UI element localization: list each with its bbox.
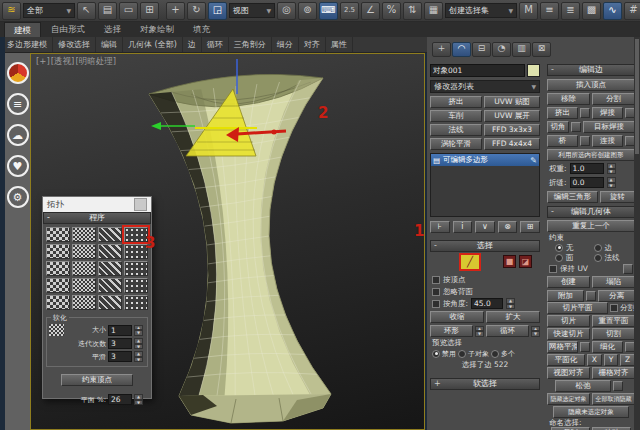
by-angle-spinner[interactable]: ▲▼	[506, 298, 515, 309]
heart-icon[interactable]: ♥	[7, 155, 29, 177]
keyboard-override-icon[interactable]: ⌨	[319, 2, 338, 20]
detach-button[interactable]: 分离	[598, 290, 635, 302]
object-color-swatch[interactable]	[527, 64, 540, 77]
pattern-swatch[interactable]	[46, 244, 70, 259]
motion-tab-icon[interactable]: ◔	[492, 42, 511, 57]
percent-snap-icon[interactable]: %	[382, 2, 401, 20]
by-vertex-checkbox[interactable]: 按顶点	[432, 274, 466, 285]
edit-named-sets-icon[interactable]: ▦	[424, 2, 443, 20]
bridge-settings-icon[interactable]	[580, 136, 590, 146]
dialog-button-icon[interactable]	[134, 198, 147, 211]
ring-button[interactable]: 环形	[430, 325, 473, 337]
ribbon-tab-objectpaint[interactable]: 对象绘制	[131, 22, 183, 37]
grid-align-button[interactable]: 栅格对齐	[592, 367, 635, 379]
panel-geometry-all[interactable]: 几何体 (全部)	[123, 37, 183, 52]
viewport-menu-shading[interactable]: [明暗处理]	[75, 56, 116, 68]
iterations-input[interactable]: 3	[108, 338, 132, 349]
pattern-swatch[interactable]	[124, 295, 148, 310]
pattern-swatch[interactable]	[72, 261, 96, 276]
panel-polygon-modeling[interactable]: 多边形建模	[2, 37, 53, 52]
tessellate-button[interactable]: 细化	[592, 341, 623, 353]
checkbox-icon[interactable]	[432, 300, 440, 308]
weight-input[interactable]: 1.0	[570, 163, 604, 174]
edit-edges-rollout-header[interactable]: - 编辑边	[547, 64, 635, 76]
panel-scrollbar[interactable]	[634, 37, 640, 430]
viewport-menu-view[interactable]: [透视]	[51, 56, 75, 68]
size-input[interactable]: 1	[108, 325, 132, 336]
ffd-3x3x3-modifier-button[interactable]: FFD 3x3x3	[484, 124, 540, 136]
planar-z-button[interactable]: Z	[620, 354, 635, 366]
lathe-modifier-button[interactable]: 车削	[430, 110, 482, 122]
turbosmooth-modifier-button[interactable]: 涡轮平滑	[430, 138, 482, 150]
remove-button[interactable]: 移除	[547, 93, 590, 105]
constrain-vertices-button[interactable]: 约束顶点	[61, 374, 133, 386]
smooth-spinner[interactable]: ▲▼	[134, 351, 143, 362]
make-unique-icon[interactable]: ∨	[475, 221, 495, 233]
smooth-input[interactable]: 3	[108, 351, 132, 362]
collapse-button[interactable]: 塌陷	[592, 276, 635, 288]
ribbon-toggle-icon[interactable]: ≋	[2, 2, 21, 20]
panel-edges[interactable]: 边	[183, 37, 202, 52]
panel-modify-selection[interactable]: 修改选择	[53, 37, 96, 52]
graphite-icon[interactable]: ▩	[582, 2, 601, 20]
unhide-all-button[interactable]: 全部取消隐藏	[592, 393, 635, 405]
shrink-button[interactable]: 收缩	[430, 311, 484, 323]
normal-modifier-button[interactable]: 法线	[430, 124, 482, 136]
weight-spinner[interactable]: ▲▼	[607, 163, 616, 174]
soft-selection-rollout-header[interactable]: + 软选择	[430, 378, 540, 390]
preserve-uv-checkbox[interactable]	[549, 265, 557, 273]
selection-rollout-header[interactable]: - 选择	[430, 240, 540, 252]
loop-button[interactable]: 循环	[486, 325, 529, 337]
reset-plane-button[interactable]: 重置平面	[592, 315, 635, 327]
attach-settings-icon[interactable]	[586, 291, 596, 301]
create-button[interactable]: 创建	[547, 276, 590, 288]
select-scale-icon[interactable]: ◲	[208, 2, 227, 20]
layer-manager-icon[interactable]: ≣	[561, 2, 580, 20]
chamfer-button[interactable]: 切角	[547, 121, 569, 133]
select-move-icon[interactable]: +	[166, 2, 185, 20]
panel-tris[interactable]: 三角剖分	[229, 37, 272, 52]
use-pivot-icon[interactable]: ◎	[277, 2, 296, 20]
bridge-button[interactable]: 桥	[547, 135, 578, 147]
select-object-icon[interactable]: ↖	[77, 2, 96, 20]
pin-stack-icon[interactable]: ⊦	[430, 221, 450, 233]
radio-multiple[interactable]	[491, 350, 499, 358]
loop-spinner[interactable]: ▲▼	[531, 326, 540, 337]
pattern-swatch[interactable]	[72, 295, 96, 310]
panel-subdivision[interactable]: 细分	[272, 37, 299, 52]
plane-input[interactable]: 26	[108, 394, 132, 405]
curve-editor-icon[interactable]: ∿	[603, 2, 622, 20]
chamfer-settings-icon[interactable]	[571, 122, 581, 132]
uvw-map-modifier-button[interactable]: UVW 贴图	[484, 96, 540, 108]
snap-toggle-icon[interactable]: 2.5	[340, 2, 359, 20]
planar-y-button[interactable]: Y	[604, 354, 619, 366]
ring-spinner[interactable]: ▲▼	[475, 326, 484, 337]
size-spinner[interactable]: ▲▼	[134, 325, 143, 336]
relax-button[interactable]: 松弛	[555, 380, 611, 392]
pattern-swatch[interactable]	[98, 244, 122, 259]
align-icon[interactable]: ≡	[540, 2, 559, 20]
document-icon[interactable]: ≡	[7, 93, 29, 115]
select-by-name-icon[interactable]: ▤	[98, 2, 117, 20]
msmooth-settings-icon[interactable]	[580, 342, 590, 352]
stack-entry-editable-poly[interactable]: ▤ 可编辑多边形 ✎	[431, 154, 539, 166]
ribbon-tab-selection[interactable]: 选择	[95, 22, 130, 37]
app-logo-icon[interactable]	[7, 62, 29, 84]
remove-modifier-icon[interactable]: ⊗	[498, 221, 518, 233]
cloud-icon[interactable]: ☁	[7, 124, 29, 146]
attach-button[interactable]: 附加	[547, 290, 584, 302]
repeat-last-button[interactable]: 重复上一个	[547, 220, 635, 232]
pattern-swatch[interactable]	[46, 227, 70, 242]
extrude-modifier-button[interactable]: 挤出	[430, 96, 482, 108]
select-manipulate-icon[interactable]: ⊚	[298, 2, 317, 20]
panel-properties[interactable]: 属性	[326, 37, 353, 52]
ignore-backfacing-checkbox[interactable]: 忽略背面	[432, 286, 473, 297]
insert-vertex-button[interactable]: 插入顶点	[547, 79, 635, 91]
named-sets-dropdown[interactable]: 创建选择集 ▼	[445, 3, 517, 18]
quick-slice-button[interactable]: 快速切片	[547, 328, 590, 340]
pattern-swatch[interactable]	[98, 227, 122, 242]
cut-button[interactable]: 切割	[592, 328, 635, 340]
edge-subobject-icon[interactable]: ╱	[459, 253, 481, 271]
object-name-field[interactable]: 对象001	[430, 64, 525, 77]
ribbon-tab-modeling[interactable]: 建模	[4, 22, 41, 37]
